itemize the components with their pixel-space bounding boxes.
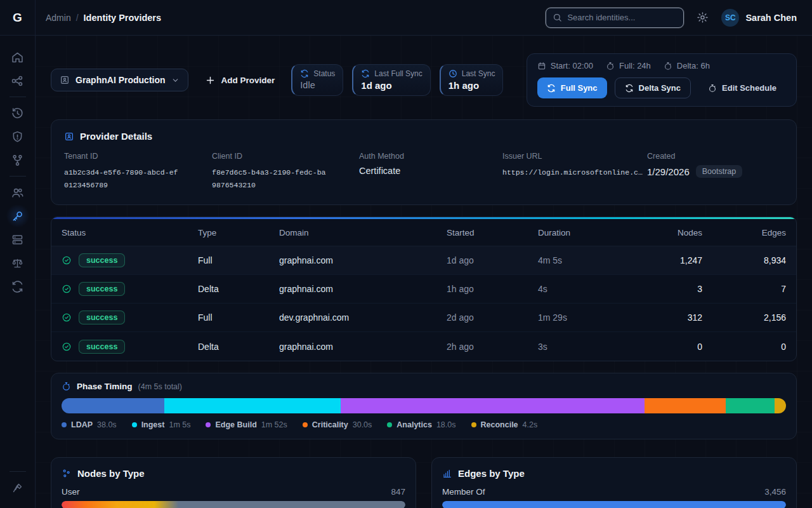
gear-icon bbox=[697, 11, 709, 23]
field-created: Created 1/29/2026 Bootstrap bbox=[647, 152, 783, 192]
full-sync-button[interactable]: Full Sync bbox=[537, 77, 607, 98]
schedule-full-interval: Full: 24h bbox=[606, 61, 651, 70]
user-menu[interactable]: SC Sarah Chen bbox=[721, 9, 797, 27]
sidebar-item-branches[interactable] bbox=[6, 149, 29, 171]
legend-value: 38.0s bbox=[97, 420, 117, 429]
search-input[interactable] bbox=[567, 13, 677, 22]
sidebar-item-identity-providers[interactable] bbox=[6, 204, 29, 227]
phase-legend-item: Reconcile4.2s bbox=[471, 420, 538, 429]
schedule-panel: Start: 02:00 Full: 24h Delta: 6h Full Sy… bbox=[527, 53, 797, 107]
sidebar-item-home[interactable] bbox=[6, 46, 29, 69]
id-badge-icon bbox=[64, 131, 74, 142]
sidebar-divider bbox=[10, 176, 26, 177]
cell-edges: 8,934 bbox=[702, 255, 786, 265]
phase-segment-analytics bbox=[726, 398, 775, 413]
table-row: success Delta graphnai.com 1h ago 4s 3 7 bbox=[51, 275, 796, 304]
phase-legend: LDAP38.0sIngest1m 5sEdge Build1m 52sCrit… bbox=[62, 420, 786, 429]
sidebar-item-shield[interactable] bbox=[6, 125, 29, 148]
legend-value: 1m 52s bbox=[261, 420, 287, 429]
check-circle-icon bbox=[62, 312, 72, 323]
phase-timing-total: (4m 5s total) bbox=[138, 382, 182, 391]
tools-icon bbox=[11, 482, 23, 494]
meter-label: User bbox=[62, 487, 80, 497]
card-title: Provider Details bbox=[80, 131, 152, 142]
users-icon bbox=[11, 186, 24, 199]
table-header: Status Type Domain Started Duration Node… bbox=[51, 219, 796, 246]
sidebar-item-tools[interactable] bbox=[6, 476, 29, 499]
cell-started: 1h ago bbox=[447, 284, 538, 294]
app-logo[interactable]: G bbox=[0, 0, 36, 36]
cell-nodes: 312 bbox=[639, 312, 702, 323]
cell-started: 2d ago bbox=[447, 312, 538, 323]
edit-schedule-button[interactable]: Edit Schedule bbox=[698, 77, 786, 98]
schedule-delta-text: Delta: 6h bbox=[677, 61, 710, 70]
sidebar-item-scales[interactable] bbox=[6, 251, 29, 274]
cell-duration: 4s bbox=[538, 284, 639, 294]
cell-edges: 2,156 bbox=[702, 312, 786, 323]
stopwatch-icon bbox=[708, 84, 717, 93]
servers-icon bbox=[11, 233, 24, 246]
legend-label: LDAP bbox=[71, 420, 93, 429]
status-badge: success bbox=[79, 311, 125, 324]
history-icon bbox=[11, 107, 24, 120]
home-icon bbox=[11, 51, 24, 64]
sync-icon bbox=[625, 84, 634, 93]
field-issuer-url: Issuer URL https://login.microsoftonline… bbox=[502, 152, 647, 192]
meter-fill bbox=[442, 501, 786, 508]
cell-nodes: 0 bbox=[639, 342, 702, 352]
cell-started: 1d ago bbox=[447, 255, 538, 265]
status-badge: success bbox=[79, 282, 125, 296]
legend-dot-icon bbox=[206, 422, 211, 427]
cell-type: Full bbox=[198, 312, 279, 323]
sidebar-item-graph[interactable] bbox=[6, 69, 29, 92]
sidebar-item-servers[interactable] bbox=[6, 228, 29, 251]
check-circle-icon bbox=[62, 284, 72, 294]
search-box[interactable] bbox=[546, 8, 684, 28]
sidebar-item-history[interactable] bbox=[6, 102, 29, 124]
cell-type: Delta bbox=[198, 284, 279, 294]
field-label: Auth Method bbox=[359, 152, 502, 161]
legend-dot-icon bbox=[62, 422, 67, 427]
legend-label: Analytics bbox=[396, 420, 432, 429]
legend-label: Criticality bbox=[312, 420, 348, 429]
phase-segment-criticality bbox=[645, 398, 726, 413]
scales-icon bbox=[11, 257, 24, 270]
add-provider-button[interactable]: Add Provider bbox=[197, 69, 283, 91]
chip-label: Last Full Sync bbox=[374, 69, 422, 78]
meter-fill bbox=[62, 501, 405, 508]
phase-segment-ldap bbox=[62, 398, 164, 413]
card-title: Nodes by Type bbox=[77, 468, 145, 479]
edit-schedule-label: Edit Schedule bbox=[722, 83, 776, 93]
sync-icon bbox=[361, 69, 370, 78]
full-sync-label: Full Sync bbox=[561, 83, 598, 93]
legend-dot-icon bbox=[471, 422, 476, 427]
sidebar-item-users[interactable] bbox=[6, 181, 29, 204]
clock-icon bbox=[449, 69, 457, 78]
table-row: success Delta graphnai.com 2h ago 3s 0 0 bbox=[51, 332, 796, 361]
shield-alert-icon bbox=[11, 130, 24, 144]
sync-history-table: Status Type Domain Started Duration Node… bbox=[51, 217, 797, 361]
id-badge-icon bbox=[60, 75, 70, 85]
breadcrumb-separator: / bbox=[76, 13, 79, 23]
calendar-icon bbox=[537, 62, 546, 70]
phase-bar bbox=[62, 398, 786, 413]
field-tenant-id: Tenant ID a1b2c3d4-e5f6-7890-abcd-ef0123… bbox=[64, 152, 212, 192]
schedule-start-text: Start: 02:00 bbox=[551, 61, 593, 70]
breadcrumb-section[interactable]: Admin bbox=[46, 13, 71, 23]
cell-duration: 4m 5s bbox=[538, 255, 639, 265]
meter-value: 3,456 bbox=[764, 487, 786, 497]
column-header-status: Status bbox=[62, 228, 198, 237]
legend-value: 1m 5s bbox=[169, 420, 190, 429]
status-chip: Status Idle bbox=[291, 64, 343, 96]
provider-select[interactable]: GraphnAI Production bbox=[51, 69, 188, 91]
sidebar-divider bbox=[10, 471, 26, 472]
settings-button[interactable] bbox=[695, 10, 710, 25]
schedule-delta-interval: Delta: 6h bbox=[664, 61, 710, 70]
sidebar-item-sync[interactable] bbox=[6, 275, 29, 298]
column-header-duration: Duration bbox=[538, 228, 639, 237]
table-row: success Full graphnai.com 1d ago 4m 5s 1… bbox=[51, 246, 796, 275]
app-logo-letter: G bbox=[13, 11, 22, 25]
phase-legend-item: Criticality30.0s bbox=[303, 420, 372, 429]
meter-track bbox=[442, 501, 786, 508]
delta-sync-button[interactable]: Delta Sync bbox=[615, 77, 691, 98]
